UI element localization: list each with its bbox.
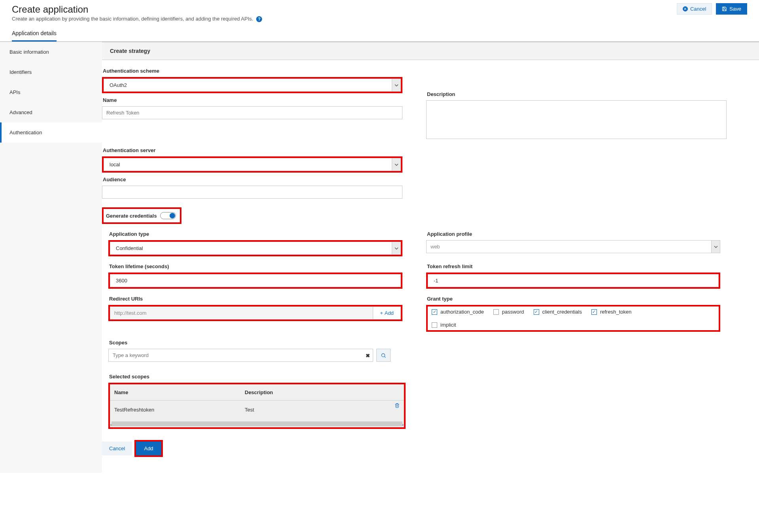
name-input[interactable]: [102, 106, 402, 119]
app-profile-select[interactable]: [426, 240, 720, 253]
dialog-add-button[interactable]: Add: [136, 442, 161, 455]
redirect-uris-label: Redirect URIs: [109, 296, 402, 302]
tab-app-details[interactable]: Application details: [12, 27, 57, 41]
scopes-search-button[interactable]: [376, 349, 391, 362]
scroll-right-icon[interactable]: ›: [402, 422, 404, 427]
auth-scheme-select[interactable]: [104, 79, 401, 92]
sidebar-item-advanced[interactable]: Advanced: [0, 102, 102, 122]
audience-input[interactable]: [102, 186, 402, 199]
svg-line-1: [385, 356, 386, 357]
sidebar-item-basic[interactable]: Basic information: [0, 42, 102, 62]
plus-icon: +: [380, 310, 383, 316]
name-label: Name: [103, 97, 402, 103]
panel-title: Create strategy: [102, 42, 759, 60]
grant-implicit[interactable]: ✓implicit: [432, 322, 715, 328]
token-lifetime-input[interactable]: [110, 274, 401, 287]
scopes-table-header: Name Description: [110, 384, 404, 400]
table-scrollbar[interactable]: ‹ ›: [110, 419, 404, 427]
tabs-row: Application details: [0, 22, 759, 42]
redirect-add-button[interactable]: + Add: [373, 306, 401, 320]
grant-password[interactable]: ✓password: [493, 309, 524, 315]
app-type-label: Application type: [109, 231, 402, 237]
sidebar: Basic information Identifiers APIs Advan…: [0, 42, 102, 473]
grant-type-label: Grant type: [427, 296, 720, 302]
cancel-button[interactable]: ✕ Cancel: [677, 3, 712, 15]
app-type-select[interactable]: [110, 242, 401, 255]
grant-refresh-token[interactable]: ✓refresh_token: [591, 309, 632, 315]
trash-icon: [395, 403, 400, 408]
scopes-clear-icon[interactable]: ✖: [366, 352, 370, 358]
scope-delete-button[interactable]: [395, 403, 400, 409]
svg-point-0: [381, 353, 385, 357]
grant-authorization-code[interactable]: ✓authorization_code: [432, 309, 484, 315]
scope-desc-cell: Test: [245, 407, 400, 413]
auth-server-select[interactable]: [104, 158, 401, 171]
sidebar-item-apis[interactable]: APIs: [0, 82, 102, 102]
cancel-x-icon: ✕: [683, 6, 688, 11]
page-title: Create application: [12, 4, 747, 15]
token-refresh-label: Token refresh limit: [427, 263, 720, 269]
generate-credentials-group: Generate credentials: [102, 207, 181, 224]
sidebar-item-authentication[interactable]: Authentication: [0, 122, 102, 143]
th-desc: Description: [241, 385, 404, 400]
cancel-label: Cancel: [690, 6, 706, 12]
redirect-uri-input[interactable]: [110, 306, 373, 320]
selected-scopes-label: Selected scopes: [109, 374, 749, 380]
th-name: Name: [110, 385, 241, 400]
auth-server-label: Authentication server: [103, 147, 402, 153]
app-profile-label: Application profile: [427, 231, 720, 237]
save-button[interactable]: Save: [716, 3, 747, 15]
scopes-search-input[interactable]: [108, 349, 373, 362]
audience-label: Audience: [103, 177, 402, 182]
generate-credentials-label: Generate credentials: [106, 213, 157, 219]
grant-client-credentials[interactable]: ✓client_credentials: [534, 309, 582, 315]
table-row: TestRefreshtoken Test ‹ ›: [110, 400, 404, 427]
scopes-label: Scopes: [109, 340, 749, 346]
page-header: Create application Create an application…: [0, 0, 759, 22]
dialog-cancel-button[interactable]: Cancel: [102, 442, 132, 455]
description-label: Description: [427, 91, 727, 97]
scope-name-cell: TestRefreshtoken: [114, 407, 245, 413]
description-input[interactable]: [426, 100, 727, 139]
page-subtitle: Create an application by providing the b…: [12, 16, 747, 22]
auth-scheme-label: Authentication scheme: [103, 68, 402, 74]
save-icon: [722, 6, 727, 11]
token-refresh-input[interactable]: [428, 274, 719, 287]
save-label: Save: [729, 6, 741, 12]
help-icon[interactable]: ?: [256, 16, 262, 22]
token-lifetime-label: Token lifetime (seconds): [109, 263, 402, 269]
main-panel: Create strategy Authentication scheme: [102, 42, 759, 473]
sidebar-item-identifiers[interactable]: Identifiers: [0, 62, 102, 82]
search-icon: [381, 353, 386, 358]
generate-credentials-toggle[interactable]: [160, 212, 176, 219]
